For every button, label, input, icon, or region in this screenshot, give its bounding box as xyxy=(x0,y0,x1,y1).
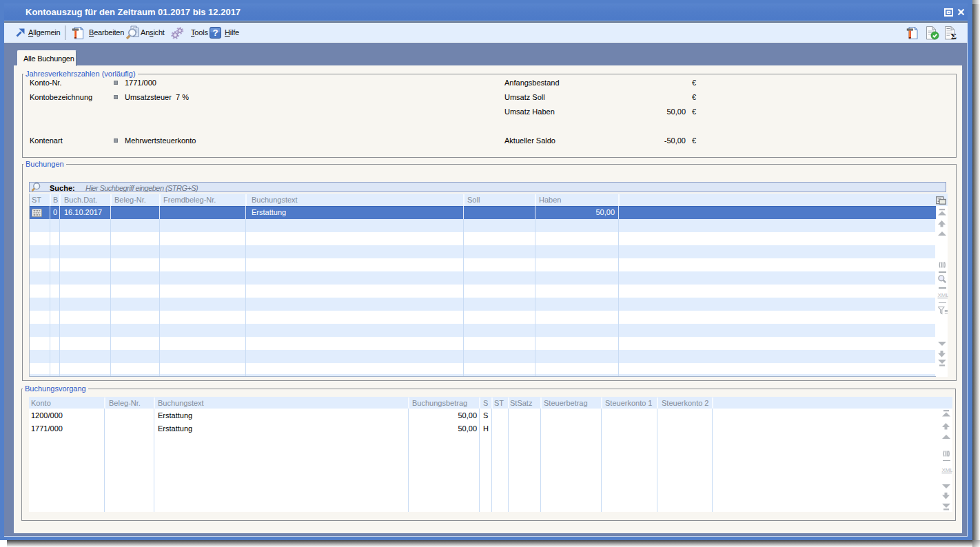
svg-text:Σ: Σ xyxy=(951,31,957,40)
svg-text:?: ? xyxy=(212,28,218,38)
